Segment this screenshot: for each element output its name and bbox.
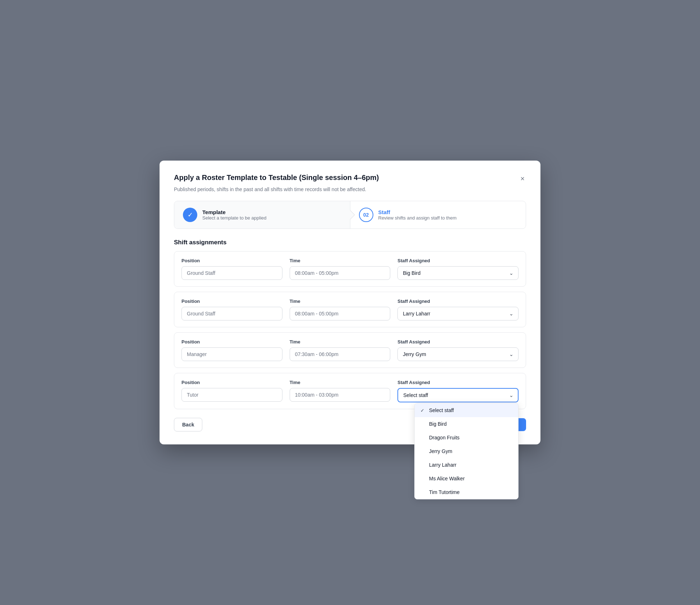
modal-title: Apply a Roster Template to Testable (Sin… xyxy=(174,174,379,182)
steps-bar: ✓ Template Select a template to be appli… xyxy=(174,201,526,229)
time-label-3: Time xyxy=(290,339,391,345)
section-title: Shift assignments xyxy=(174,239,526,246)
dropdown-item-ms-alice-walker[interactable]: Ms Alice Walker xyxy=(415,472,518,485)
time-label-2: Time xyxy=(290,299,391,304)
shift-row-1: Position Time Staff Assigned Big Bird ⌄ xyxy=(174,251,526,287)
check-icon: ✓ xyxy=(420,408,426,413)
shift-2-position-input[interactable] xyxy=(181,307,282,320)
shift-3-position-field: Position xyxy=(181,339,282,361)
dropdown-item-jerry-gym[interactable]: Jerry Gym xyxy=(415,444,518,458)
shift-4-position-input[interactable] xyxy=(181,388,282,402)
position-label-1: Position xyxy=(181,258,282,263)
shift-3-time-field: Time xyxy=(290,339,391,361)
shift-1-staff-wrapper: Big Bird ⌄ xyxy=(397,266,519,280)
shift-1-staff-field: Staff Assigned Big Bird ⌄ xyxy=(397,258,519,280)
shift-2-staff-field: Staff Assigned Larry Laharr ⌄ xyxy=(397,299,519,320)
step-1-sublabel: Select a template to be applied xyxy=(202,215,267,221)
dropdown-item-select-staff[interactable]: ✓ Select staff xyxy=(415,403,518,417)
shift-1-time-field: Time xyxy=(290,258,391,280)
shift-1-position-field: Position xyxy=(181,258,282,280)
shift-4-staff-wrapper: Select staff ⌄ xyxy=(397,388,519,402)
dropdown-item-big-bird[interactable]: Big Bird xyxy=(415,417,518,431)
modal-dialog: Apply a Roster Template to Testable (Sin… xyxy=(160,161,540,444)
close-button[interactable]: × xyxy=(519,174,526,184)
dropdown-option-jerry-gym: Jerry Gym xyxy=(429,448,452,454)
dropdown-option-select-staff: Select staff xyxy=(429,407,454,413)
shift-4-time-input[interactable] xyxy=(290,388,391,402)
time-label-4: Time xyxy=(290,380,391,385)
shift-row-3: Position Time Staff Assigned Jerry Gym ⌄ xyxy=(174,332,526,368)
shift-4-staff-field: Staff Assigned Select staff ⌄ ✓ Select s… xyxy=(397,380,519,402)
dropdown-item-dragon-fruits[interactable]: Dragon Fruits xyxy=(415,431,518,444)
shift-4-position-field: Position xyxy=(181,380,282,402)
dropdown-item-tim-tutortime[interactable]: Tim Tutortime xyxy=(415,485,518,499)
shift-row-4: Position Time Staff Assigned Select staf… xyxy=(174,373,526,409)
step-2-label: Staff xyxy=(378,209,457,215)
position-label-4: Position xyxy=(181,380,282,385)
step-2-text: Staff Review shifts and assign staff to … xyxy=(378,209,457,221)
shift-3-staff-wrapper: Jerry Gym ⌄ xyxy=(397,347,519,361)
shift-1-position-input[interactable] xyxy=(181,266,282,280)
time-label-1: Time xyxy=(290,258,391,263)
step-template: ✓ Template Select a template to be appli… xyxy=(174,201,350,228)
shift-1-time-input[interactable] xyxy=(290,266,391,280)
step-staff: 02 Staff Review shifts and assign staff … xyxy=(350,201,526,228)
step-1-icon: ✓ xyxy=(183,208,197,222)
dropdown-option-ms-alice-walker: Ms Alice Walker xyxy=(429,476,465,481)
step-2-sublabel: Review shifts and assign staff to them xyxy=(378,215,457,221)
staff-label-4: Staff Assigned xyxy=(397,380,519,385)
shift-3-staff-field: Staff Assigned Jerry Gym ⌄ xyxy=(397,339,519,361)
position-label-3: Position xyxy=(181,339,282,345)
dropdown-option-tim-tutortime: Tim Tutortime xyxy=(429,489,460,495)
staff-label-1: Staff Assigned xyxy=(397,258,519,263)
shift-2-time-input[interactable] xyxy=(290,307,391,320)
shift-4-time-field: Time xyxy=(290,380,391,402)
step-2-icon: 02 xyxy=(359,208,373,222)
position-label-2: Position xyxy=(181,299,282,304)
shift-3-staff-select[interactable]: Jerry Gym xyxy=(397,347,519,361)
staff-label-2: Staff Assigned xyxy=(397,299,519,304)
modal-subtitle: Published periods, shifts in the past an… xyxy=(174,186,526,192)
dropdown-option-big-bird: Big Bird xyxy=(429,421,447,427)
staff-dropdown-menu: ✓ Select staff Big Bird Dragon Fruits Je… xyxy=(414,403,519,499)
dropdown-option-larry-laharr: Larry Laharr xyxy=(429,462,456,468)
dropdown-item-larry-laharr[interactable]: Larry Laharr xyxy=(415,458,518,472)
shift-3-time-input[interactable] xyxy=(290,347,391,361)
shift-1-staff-select[interactable]: Big Bird xyxy=(397,266,519,280)
shift-2-staff-select[interactable]: Larry Laharr xyxy=(397,307,519,320)
step-1-text: Template Select a template to be applied xyxy=(202,209,267,221)
shift-2-position-field: Position xyxy=(181,299,282,320)
shift-row-2: Position Time Staff Assigned Larry Lahar… xyxy=(174,292,526,327)
step-1-label: Template xyxy=(202,209,267,215)
modal-title-block: Apply a Roster Template to Testable (Sin… xyxy=(174,174,379,182)
shift-2-time-field: Time xyxy=(290,299,391,320)
modal-header: Apply a Roster Template to Testable (Sin… xyxy=(174,174,526,184)
back-button[interactable]: Back xyxy=(174,418,202,431)
shift-2-staff-wrapper: Larry Laharr ⌄ xyxy=(397,307,519,320)
staff-label-3: Staff Assigned xyxy=(397,339,519,345)
shift-4-staff-select[interactable]: Select staff xyxy=(397,388,519,402)
shift-3-position-input[interactable] xyxy=(181,347,282,361)
dropdown-option-dragon-fruits: Dragon Fruits xyxy=(429,435,460,440)
